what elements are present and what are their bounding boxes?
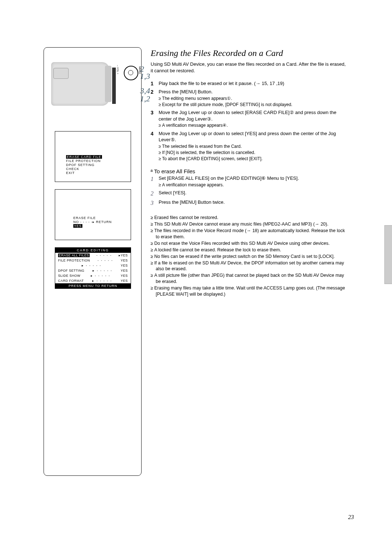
step-text: Press the [MENU] Button. [159,89,213,94]
step-num: 3 [151,199,159,207]
step-body: Play back the file to be erased or let i… [159,80,347,87]
ce-row-slide: SLIDE SHOW ▸ - - - - - YES [55,273,131,278]
ce-row-erase-all: ERASE ALL FILES - - - - - ▸YES [55,253,131,258]
jog-lever-strip [112,68,116,104]
step-2: 2 Press the [MENU] Button. The editing m… [151,89,347,108]
illustration-column: – VOL + MENU 2 1,3 3,4 1,2 ERASE CARD FI… [44,47,142,476]
step-4: 4 Move the Jog Lever up or down to selec… [151,130,347,162]
card-editing-footer: PRESS MENU TO RETURN [55,283,131,288]
card-editing-screen: CARD EDITING ERASE ALL FILES - - - - - ▸… [55,247,131,289]
ce-label-erase-all: ERASE ALL FILES [58,254,90,257]
step-subs: A verification message appears. [159,182,347,188]
callout-1-2: 1,2 [140,94,150,104]
left-frame: – VOL + MENU 2 1,3 3,4 1,2 ERASE CARD FI… [44,47,142,476]
substep-1: 1 Set [ERASE ALL FILES] on the [CARD EDI… [151,175,347,188]
note-line: A still picture file (other than JPEG) t… [151,272,347,285]
step-body: Move the Jog Lever up or down to select … [159,109,347,129]
device-illustration: – VOL + MENU 2 1,3 3,4 1,2 [49,55,136,120]
step-1: 1 Play back the file to be erased or let… [151,80,347,87]
note-line: Erased files cannot be restored. [151,215,347,221]
ce-val-erase-all: ▸YES [119,254,128,257]
sub-line: A verification message appears. [159,182,347,188]
step-text: Move the Jog Lever up or down to select … [159,131,336,143]
step-subs: The selected file is erased from the Car… [159,143,347,162]
step-num: 3 [151,109,159,129]
step-body: Set [ERASE ALL FILES] on the [CARD EDITI… [159,175,347,188]
menu-check: CHECK [66,167,131,171]
menu-erase-card-file: ERASE CARD FILE [66,155,102,159]
ce-label-file-prot: FILE PROTECTION [58,259,90,262]
erase-file-title: ERASE FILE [73,216,131,220]
note-line: Do not erase the Voice Files recorded wi… [151,240,347,247]
text-column: Erasing the Files Recorded on a Card Usi… [151,47,347,298]
ce-dashes-2b: ▸ - - - - - [62,264,121,267]
camera-body [51,62,109,106]
ce-val-blank: YES [121,264,128,267]
arrow-dashes: - - - - -▸ [80,220,95,224]
note-line: If a file is erased on the SD Multi AV D… [151,260,347,272]
manual-page: – VOL + MENU 2 1,3 3,4 1,2 ERASE CARD FI… [0,0,392,555]
note-line: The files recorded in the Voice Record m… [151,228,347,240]
camera-lens [53,68,69,79]
vol-label: – VOL + [117,65,119,74]
step-body: Press the [MENU] Button. The editing men… [159,89,347,108]
erase-file-no: NO [73,220,79,224]
ce-dashes: - - - - - [90,254,119,257]
ce-label-dpof: DPOF SETTING [58,269,85,272]
step-text: Move the Jog Lever up or down to select … [159,110,336,122]
erase-file-return: RETURN [96,220,112,224]
intro-text: Using SD Multi AV Device, you can erase … [151,61,347,74]
editing-menu-screen: ERASE CARD FILE FILE PROTECTION DPOF SET… [55,131,131,182]
sub-steps: 1 Set [ERASE ALL FILES] on the [CARD EDI… [151,175,347,207]
step-subs: The editing menu screen appears①. Except… [159,96,347,108]
ce-val-format: YES [121,279,128,283]
ce-row-file-prot: FILE PROTECTION - - - - - YES [55,258,131,263]
menu-file-protection: FILE PROTECTION [66,159,131,163]
erase-file-yes: YES [73,224,82,228]
erase-file-no-line: NO - - - - -▸ RETURN [73,220,131,224]
step-3: 3 Move the Jog Lever up or down to selec… [151,109,347,129]
ce-row-dpof: DPOF SETTING ▸ - - - - - YES [55,268,131,273]
sub-line: The selected file is erased from the Car… [159,143,347,149]
sub-line: A verification message appears④. [159,122,347,128]
step-subs: A verification message appears④. [159,122,347,128]
ce-val-file-prot: YES [121,259,128,262]
sub-line: Except for the still picture mode, [DPOF… [159,102,347,108]
ce-dashes-5: ▸ - - - - - [84,279,121,283]
ce-dashes-3: ▸ - - - - - [85,269,121,272]
step-body: Press the [MENU] Button twice. [159,199,347,207]
main-steps: 1 Play back the file to be erased or let… [151,80,347,162]
note-line: Erasing many files may take a little tim… [151,285,347,297]
step-body: Select [YES]. [159,190,347,198]
sub-line: The editing menu screen appears①. [159,96,347,101]
ce-label-format: CARD FORMAT [58,279,84,283]
page-title: Erasing the Files Recorded on a Card [151,47,347,59]
step-num: 2 [151,89,159,108]
ce-row-blank: ▸ - - - - - YES [55,263,131,268]
callout-1-3: 1,3 [140,72,150,81]
menu-dpof-setting: DPOF SETTING [66,163,131,167]
notes-list: Erased files cannot be restored. This SD… [151,215,347,297]
note-line: A locked file cannot be erased. Release … [151,247,347,253]
ce-label-slide: SLIDE SHOW [58,274,81,278]
substep-3: 3 Press the [MENU] Button twice. [151,199,347,207]
page-number: 23 [348,514,354,520]
ce-dashes-4: ▸ - - - - - [81,274,121,278]
step-num: 2 [151,190,159,198]
step-num: 1 [151,175,159,188]
ce-val-slide: YES [121,274,128,278]
step-num: 4 [151,130,159,162]
ce-val-dpof: YES [121,269,128,272]
step-body: Move the Jog Lever up or down to select … [159,130,347,162]
thumb-tab [384,225,392,284]
note-line: This SD Multi AV Device cannot erase any… [151,221,347,227]
erase-file-screen: ERASE FILE NO - - - - -▸ RETURN YES [55,189,131,240]
note-line: No files can be erased if the write prot… [151,254,347,260]
ce-row-format: CARD FORMAT ▸ - - - - - YES [55,278,131,283]
sub-line: To abort the [CARD EDITING] screen, sele… [159,156,347,162]
sub-line: If [NO] is selected, the file selection … [159,150,347,155]
card-editing-title: CARD EDITING [55,248,131,253]
substep-2: 2 Select [YES]. [151,190,347,198]
step-text: Set [ERASE ALL FILES] on the [CARD EDITI… [159,175,299,181]
subheading: To erase All Files [151,168,347,175]
